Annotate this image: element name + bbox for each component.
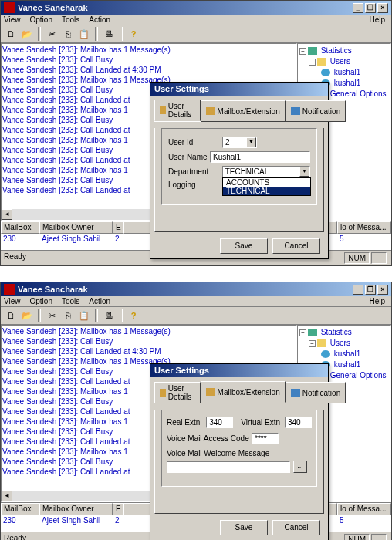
col-owner[interactable]: Mailbox Owner <box>39 221 113 234</box>
maximize-button[interactable]: ❐ <box>365 3 376 13</box>
vm-access-input[interactable] <box>252 433 279 444</box>
mailbox-tab-icon <box>206 388 215 396</box>
dept-option[interactable]: TECHNICAL <box>223 187 310 195</box>
paste-icon[interactable]: 📋 <box>77 27 91 41</box>
log-line: Vanee Sandesh [233]: Mailbox has 1 Messa… <box>2 326 296 336</box>
new-icon[interactable]: 🗋 <box>4 27 18 41</box>
menu-view[interactable]: View <box>4 15 21 24</box>
dept-dropdown[interactable]: ACCOUNTS TECHNICAL <box>222 177 311 196</box>
app-icon <box>4 284 15 295</box>
tree-users[interactable]: − Users <box>299 56 389 67</box>
menu-tools[interactable]: Tools <box>62 15 79 24</box>
tab-mailbox[interactable]: Mailbox/Extension <box>201 100 286 122</box>
col-mailbox[interactable]: MailBox <box>1 221 39 234</box>
tree-root[interactable]: − Statistics <box>299 327 389 338</box>
folder-icon <box>317 339 326 347</box>
close-button[interactable]: × <box>377 3 388 13</box>
maximize-button[interactable]: ❐ <box>365 285 376 295</box>
dialog-title: User Settings <box>150 364 328 377</box>
menu-view[interactable]: View <box>4 297 21 305</box>
app-window-2: Vanee Sancharak _ ❐ × View Option Tools … <box>0 282 392 540</box>
menu-help[interactable]: Help <box>369 297 385 305</box>
virtual-extn-input[interactable] <box>285 417 312 428</box>
copy-icon[interactable]: ⎘ <box>61 309 75 322</box>
menu-option[interactable]: Option <box>30 297 52 305</box>
notification-tab-icon <box>291 107 300 115</box>
print-icon[interactable]: 🖶 <box>102 309 116 322</box>
tab-user-details[interactable]: User Details <box>154 100 201 121</box>
welcome-input[interactable] <box>167 461 290 473</box>
paste-icon[interactable]: 📋 <box>77 309 91 322</box>
app-title: Vanee Sancharak <box>18 285 88 294</box>
col-messages[interactable]: lo of Messa... <box>337 503 391 515</box>
menubar: View Option Tools Action Help <box>1 15 391 25</box>
tab-notification[interactable]: Notification <box>286 100 346 122</box>
minimize-button[interactable]: _ <box>353 285 363 295</box>
logging-label: Logging <box>168 181 222 189</box>
print-icon[interactable]: 🖶 <box>102 27 116 41</box>
user-icon <box>321 350 330 358</box>
open-icon[interactable]: 📂 <box>20 309 34 322</box>
new-icon[interactable]: 🗋 <box>4 309 18 322</box>
titlebar: Vanee Sancharak _ ❐ × <box>1 1 391 15</box>
log-line: Vanee Sandesh [233]: Call Busy <box>2 55 296 65</box>
help-icon[interactable]: ? <box>127 309 140 322</box>
vm-access-label: Voice Mail Access Code <box>167 434 252 443</box>
open-icon[interactable]: 📂 <box>20 27 34 41</box>
menu-action[interactable]: Action <box>89 297 110 305</box>
dept-combo[interactable]: TECHNICAL <box>222 166 310 177</box>
cancel-button[interactable]: Cancel <box>272 238 320 254</box>
stats-icon <box>308 329 317 336</box>
userid-combo[interactable]: 2 <box>222 137 257 148</box>
cut-icon[interactable]: ✂ <box>45 27 59 41</box>
username-label: User Name <box>168 153 210 161</box>
tree-user-item[interactable]: kushal1 <box>299 67 389 78</box>
scroll-left-icon[interactable]: ◄ <box>2 491 12 501</box>
log-line: Vanee Sandesh [233]: Call Landed at 4:30… <box>2 346 296 356</box>
tree-root[interactable]: − Statistics <box>299 46 389 56</box>
menubar: View Option Tools Action Help <box>1 296 391 307</box>
cut-icon[interactable]: ✂ <box>45 309 59 322</box>
menu-action[interactable]: Action <box>89 15 110 24</box>
stats-icon <box>308 47 317 55</box>
username-input[interactable] <box>210 151 310 163</box>
menu-option[interactable]: Option <box>30 15 52 24</box>
user-settings-dialog: User Settings User Details Mailbox/Exten… <box>150 82 329 259</box>
cancel-button[interactable]: Cancel <box>272 520 320 535</box>
save-button[interactable]: Save <box>220 238 268 254</box>
status-num: NUM <box>344 534 370 540</box>
toolbar: 🗋 📂 ✂ ⎘ 📋 🖶 ? <box>1 25 391 43</box>
help-icon[interactable]: ? <box>127 27 140 41</box>
chevron-down-icon <box>246 137 256 147</box>
col-messages[interactable]: lo of Messa... <box>337 221 391 234</box>
menu-tools[interactable]: Tools <box>62 297 79 305</box>
save-button[interactable]: Save <box>220 520 268 535</box>
real-extn-input[interactable] <box>206 417 233 428</box>
copy-icon[interactable]: ⎘ <box>61 27 75 41</box>
col-mailbox[interactable]: MailBox <box>1 503 39 515</box>
scroll-left-icon[interactable]: ◄ <box>2 209 12 220</box>
tree-user-item[interactable]: kushal1 <box>299 349 389 359</box>
user-tab-icon <box>160 389 166 397</box>
log-line: Vanee Sandesh [233]: Call Landed at 4:30… <box>2 65 296 75</box>
app-title: Vanee Sancharak <box>18 3 88 12</box>
browse-button[interactable]: ... <box>293 461 307 473</box>
mailbox-tab-icon <box>206 107 215 115</box>
virtual-extn-label: Virtual Extn <box>241 418 282 427</box>
close-button[interactable]: × <box>377 285 388 295</box>
tab-notification[interactable]: Notification <box>286 382 346 403</box>
tab-user-details[interactable]: User Details <box>154 382 201 403</box>
minimize-button[interactable]: _ <box>353 3 363 13</box>
col-e[interactable]: E <box>113 503 123 515</box>
tree-users[interactable]: − Users <box>299 338 389 349</box>
col-owner[interactable]: Mailbox Owner <box>39 503 113 515</box>
menu-help[interactable]: Help <box>369 15 385 24</box>
status-num: NUM <box>344 252 370 264</box>
dept-option[interactable]: ACCOUNTS <box>223 178 310 187</box>
userid-label: User Id <box>168 138 222 147</box>
tab-mailbox[interactable]: Mailbox/Extension <box>201 381 286 403</box>
col-e[interactable]: E <box>113 221 123 234</box>
user-settings-dialog: User Settings User Details Mailbox/Exten… <box>150 363 329 540</box>
log-line: Vanee Sandesh [233]: Call Busy <box>2 336 296 346</box>
user-tab-icon <box>160 106 166 114</box>
